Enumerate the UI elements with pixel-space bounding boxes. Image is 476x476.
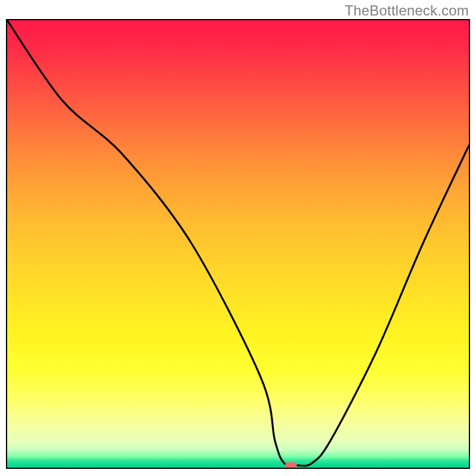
bottleneck-curve-path	[7, 20, 469, 466]
optimal-point-marker	[285, 462, 297, 468]
plot-area	[6, 19, 470, 469]
watermark-label: TheBottleneck.com	[345, 2, 469, 19]
curve-svg	[7, 20, 469, 468]
bottleneck-chart: TheBottleneck.com	[0, 0, 476, 476]
